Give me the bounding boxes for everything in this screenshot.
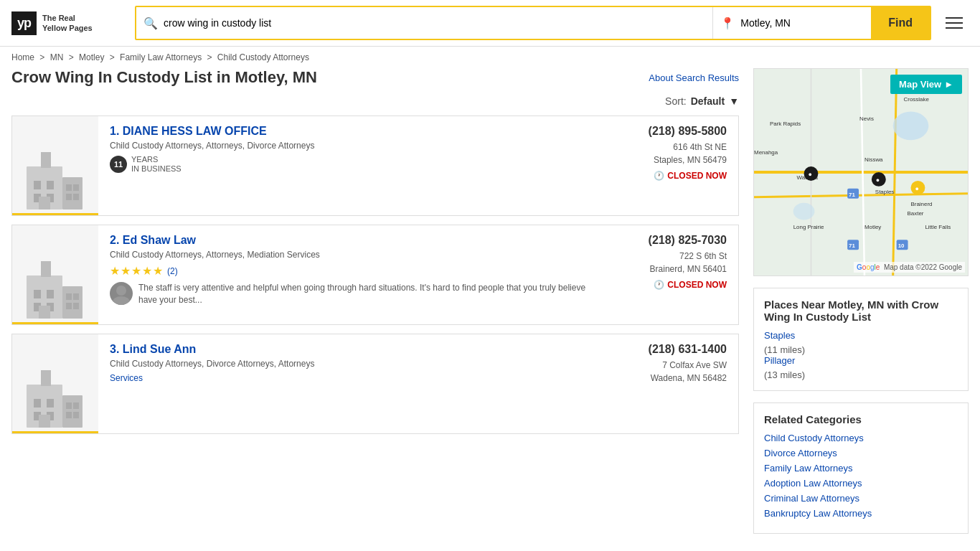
listing-body-3: 3. Lind Sue Ann Child Custody Attorneys,…: [98, 334, 609, 433]
listing-name-1[interactable]: 1. DIANE HESS LAW OFFICE: [110, 125, 598, 138]
listing-phone-3[interactable]: (218) 631-1400: [621, 343, 727, 356]
map-svg: Park Rapids Nevis Menahga Crosslake Niss…: [754, 69, 968, 276]
listing-right-2: (218) 825-7030 722 S 6th St Brainerd, MN…: [609, 225, 738, 324]
nearby-place-1: Staples (11 miles): [764, 330, 958, 355]
listing-image-2: [12, 225, 98, 324]
hamburger-menu[interactable]: [940, 11, 969, 34]
map-container: Park Rapids Nevis Menahga Crosslake Niss…: [753, 68, 969, 276]
svg-rect-10: [73, 194, 79, 200]
related-adoption[interactable]: Adoption Law Attorneys: [764, 478, 958, 489]
breadcrumb-mn[interactable]: MN: [50, 52, 64, 62]
svg-text:●: ●: [876, 176, 880, 184]
find-button[interactable]: Find: [871, 7, 930, 39]
svg-text:71: 71: [849, 242, 855, 249]
chevron-down-icon[interactable]: ▼: [729, 95, 739, 107]
svg-rect-36: [73, 412, 79, 418]
svg-point-24: [116, 286, 126, 296]
listing-address-1: 616 4th St NE Staples, MN 56479: [621, 141, 727, 166]
listing-phone-1[interactable]: (218) 895-5800: [621, 125, 727, 138]
breadcrumb-sep: >: [110, 52, 117, 62]
svg-text:Baxter: Baxter: [908, 210, 924, 217]
listing-name-2[interactable]: 2. Ed Shaw Law: [110, 234, 598, 247]
hamburger-line: [946, 27, 963, 29]
svg-text:Crosslake: Crosslake: [904, 96, 930, 103]
svg-rect-35: [66, 412, 72, 418]
svg-rect-23: [41, 261, 51, 277]
svg-rect-11: [41, 152, 51, 168]
location-input[interactable]: [740, 17, 864, 29]
services-link[interactable]: Services: [110, 373, 598, 383]
related-child-custody[interactable]: Child Custody Attorneys: [764, 433, 958, 443]
sort-row: Sort: Default ▼: [11, 95, 739, 107]
search-input[interactable]: [164, 17, 705, 29]
breadcrumb-motley[interactable]: Motley: [79, 52, 104, 62]
stars-row-2: ★ ★ ★ ★ ★ (2): [110, 264, 598, 278]
svg-text:Menahga: Menahga: [754, 149, 778, 156]
years-badge: 11 YEARS IN BUSINESS: [110, 155, 182, 174]
google-logo-text: G: [857, 263, 862, 271]
related-family-law[interactable]: Family Law Attorneys: [764, 463, 958, 474]
breadcrumb-child-custody[interactable]: Child Custody Attorneys: [217, 52, 309, 62]
listing-categories-2: Child Custody Attorneys, Attorneys, Medi…: [110, 250, 598, 260]
related-title: Related Categories: [764, 413, 958, 425]
related-criminal-law[interactable]: Criminal Law Attorneys: [764, 493, 958, 504]
svg-rect-27: [34, 399, 41, 408]
svg-text:Nevis: Nevis: [859, 116, 874, 122]
search-bar: 🔍 📍 Find: [135, 6, 931, 40]
hamburger-line: [946, 22, 963, 24]
review-text: The staff is very attentive and helpful …: [138, 282, 598, 306]
svg-rect-33: [66, 402, 72, 409]
listing-card-3: 3. Lind Sue Ann Child Custody Attorneys,…: [11, 334, 739, 434]
svg-rect-31: [39, 415, 50, 428]
svg-rect-18: [62, 286, 83, 319]
listing-card: 1. DIANE HESS LAW OFFICE Child Custody A…: [11, 116, 739, 216]
main-content: Crow Wing In Custody List in Motley, MN …: [0, 68, 980, 534]
svg-text:●: ●: [809, 171, 812, 178]
sort-value[interactable]: Default: [691, 95, 725, 107]
listing-phone-2[interactable]: (218) 825-7030: [621, 234, 727, 247]
svg-rect-1: [34, 181, 41, 189]
right-panel: Park Rapids Nevis Menahga Crosslake Niss…: [753, 68, 969, 534]
svg-rect-2: [47, 181, 54, 189]
listing-address-3: 7 Colfax Ave SW Wadena, MN 56482: [621, 359, 727, 385]
svg-rect-14: [47, 290, 54, 298]
svg-rect-19: [66, 293, 72, 300]
svg-rect-9: [66, 194, 72, 200]
related-section: Related Categories Child Custody Attorne…: [753, 402, 969, 534]
about-search-results-link[interactable]: About Search Results: [649, 72, 739, 83]
closed-status-1: 🕐 CLOSED NOW: [621, 171, 727, 181]
listing-categories-1: Child Custody Attorneys, Attorneys, Divo…: [110, 141, 598, 151]
star-5: ★: [153, 264, 163, 278]
logo-yp: yp: [11, 11, 37, 35]
breadcrumb-sep: >: [207, 52, 214, 62]
nearby-section: Places Near Motley, MN with Crow Wing In…: [753, 288, 969, 391]
nearby-link-staples[interactable]: Staples: [764, 330, 958, 341]
nearby-title: Places Near Motley, MN with Crow Wing In…: [764, 298, 958, 323]
svg-text:Staples: Staples: [875, 189, 895, 195]
breadcrumb-home[interactable]: Home: [11, 52, 34, 62]
logo-text: The Real Yellow Pages: [42, 13, 93, 34]
svg-text:10: 10: [898, 242, 905, 249]
listing-body-2: 2. Ed Shaw Law Child Custody Attorneys, …: [98, 225, 609, 324]
star-2: ★: [121, 264, 131, 278]
svg-text:Park Rapids: Park Rapids: [770, 121, 801, 127]
listing-name-3[interactable]: 3. Lind Sue Ann: [110, 343, 598, 356]
svg-point-44: [893, 112, 929, 141]
map-view-button[interactable]: Map View ►: [890, 75, 962, 94]
svg-text:Nisswa: Nisswa: [864, 156, 883, 163]
review-snippet: The staff is very attentive and helpful …: [110, 282, 598, 306]
listing-card-2: 2. Ed Shaw Law Child Custody Attorneys, …: [11, 225, 739, 325]
svg-text:●: ●: [915, 185, 918, 192]
nearby-link-pillager[interactable]: Pillager: [764, 355, 958, 366]
related-bankruptcy[interactable]: Bankruptcy Law Attorneys: [764, 508, 958, 519]
review-count[interactable]: (2): [167, 266, 178, 276]
svg-rect-22: [73, 303, 79, 309]
location-icon: 📍: [720, 17, 735, 30]
logo[interactable]: yp The Real Yellow Pages: [11, 11, 126, 35]
breadcrumb-sep: >: [39, 52, 47, 62]
svg-text:Little Falls: Little Falls: [925, 224, 951, 230]
left-panel: Crow Wing In Custody List in Motley, MN …: [11, 68, 739, 534]
breadcrumb-family-law[interactable]: Family Law Attorneys: [120, 52, 202, 62]
related-divorce[interactable]: Divorce Attorneys: [764, 448, 958, 458]
svg-rect-28: [47, 399, 54, 408]
